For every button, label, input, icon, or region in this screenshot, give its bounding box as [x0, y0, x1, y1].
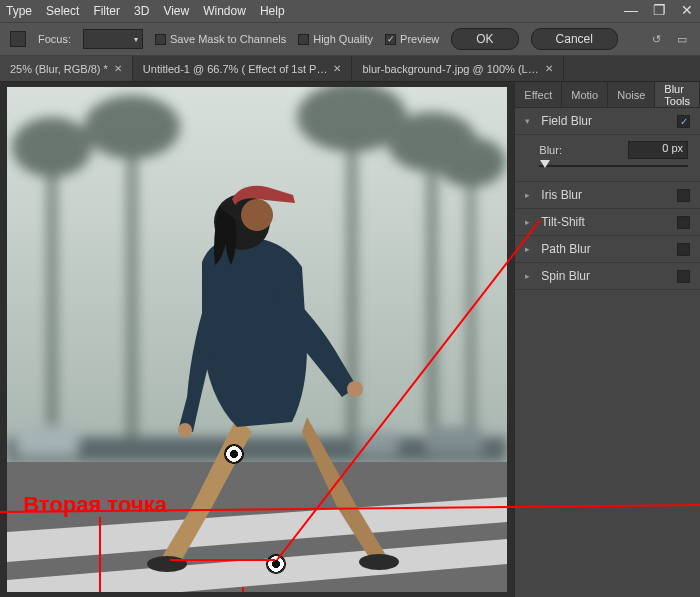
spin-blur-checkbox[interactable]	[677, 270, 690, 283]
section-tilt-shift-label: Tilt-Shift	[541, 215, 585, 229]
field-blur-checkbox[interactable]	[677, 115, 690, 128]
panel-tab-noise[interactable]: Noise	[608, 82, 655, 107]
save-mask-option[interactable]: Save Mask to Channels	[155, 33, 286, 45]
panel-tab-blur-tools[interactable]: Blur Tools	[655, 82, 700, 107]
doc-tab-3-label: blur-background-7.jpg @ 100% (L…	[362, 63, 538, 75]
svg-rect-12	[17, 427, 77, 455]
field-blur-body: Blur: 0 px	[515, 135, 700, 182]
annotation-line-v1	[99, 517, 101, 592]
svg-rect-2	[127, 127, 137, 447]
blur-slider[interactable]	[539, 165, 688, 167]
svg-point-10	[436, 137, 506, 187]
menu-select[interactable]: Select	[46, 4, 79, 18]
canvas-area[interactable]: Вторая точка Нижняя часть без размытия	[0, 82, 514, 597]
tilt-shift-checkbox[interactable]	[677, 216, 690, 229]
tool-preset-icon[interactable]	[10, 31, 26, 47]
svg-point-18	[359, 554, 399, 570]
cancel-button[interactable]: Cancel	[531, 28, 618, 50]
section-iris-blur-label: Iris Blur	[541, 188, 582, 202]
preview-option[interactable]: Preview	[385, 33, 439, 45]
menu-filter[interactable]: Filter	[93, 4, 120, 18]
document-tabs: 25% (Blur, RGB/8) * ✕ Untitled-1 @ 66.7%…	[0, 56, 700, 82]
chevron-right-icon: ▸	[525, 217, 535, 227]
doc-tab-3[interactable]: blur-background-7.jpg @ 100% (L… ✕	[352, 56, 563, 81]
options-bar: Focus: ▾ Save Mask to Channels High Qual…	[0, 22, 700, 56]
section-path-blur[interactable]: ▸ Path Blur	[515, 236, 700, 263]
preview-label: Preview	[400, 33, 439, 45]
close-icon[interactable]: ✕	[545, 63, 553, 74]
chevron-right-icon: ▸	[525, 244, 535, 254]
svg-point-19	[147, 556, 187, 572]
section-field-blur[interactable]: ▾ Field Blur	[515, 108, 700, 135]
workspace-icon[interactable]: ▭	[674, 31, 690, 47]
svg-rect-3	[347, 117, 357, 447]
close-icon[interactable]: ✕	[333, 63, 341, 74]
svg-rect-14	[357, 432, 397, 454]
menu-type[interactable]: Type	[6, 4, 32, 18]
svg-rect-1	[47, 147, 57, 447]
window-restore-icon[interactable]: ❐	[652, 2, 666, 18]
panel-tab-effect[interactable]: Effect	[515, 82, 562, 107]
menu-help[interactable]: Help	[260, 4, 285, 18]
doc-tab-2-label: Untitled-1 @ 66.7% ( Effect of 1st P…	[143, 63, 328, 75]
focus-label: Focus:	[38, 33, 71, 45]
section-spin-blur-label: Spin Blur	[541, 269, 590, 283]
blur-tools-panel: Effect Motio Noise Blur Tools ▾ Field Bl…	[514, 82, 700, 597]
reset-icon[interactable]: ↺	[648, 31, 664, 47]
blur-value-input[interactable]: 0 px	[628, 141, 688, 159]
window-close-icon[interactable]: ✕	[680, 2, 694, 18]
blur-slider-thumb[interactable]	[540, 160, 550, 168]
high-quality-label: High Quality	[313, 33, 373, 45]
blur-slider-label: Blur:	[539, 144, 562, 156]
chevron-right-icon: ▸	[525, 271, 535, 281]
svg-point-20	[347, 381, 363, 397]
preview-checkbox[interactable]	[385, 34, 396, 45]
window-minimize-icon[interactable]: —	[624, 2, 638, 18]
menubar: Type Select Filter 3D View Window Help —…	[0, 0, 700, 22]
ok-button[interactable]: OK	[451, 28, 518, 50]
svg-point-21	[178, 423, 192, 437]
doc-tab-1-label: 25% (Blur, RGB/8) *	[10, 63, 108, 75]
svg-point-6	[12, 117, 92, 177]
chevron-right-icon: ▸	[525, 190, 535, 200]
section-field-blur-label: Field Blur	[541, 114, 592, 128]
section-spin-blur[interactable]: ▸ Spin Blur	[515, 263, 700, 290]
svg-rect-13	[427, 427, 482, 453]
chevron-down-icon: ▾	[525, 116, 535, 126]
high-quality-option[interactable]: High Quality	[298, 33, 373, 45]
close-icon[interactable]: ✕	[114, 63, 122, 74]
doc-tab-2[interactable]: Untitled-1 @ 66.7% ( Effect of 1st P… ✕	[133, 56, 353, 81]
save-mask-label: Save Mask to Channels	[170, 33, 286, 45]
svg-point-23	[241, 199, 273, 231]
svg-rect-5	[467, 162, 475, 447]
annotation-second-point: Вторая точка	[23, 492, 167, 518]
svg-point-7	[84, 95, 180, 159]
doc-tab-1[interactable]: 25% (Blur, RGB/8) * ✕	[0, 56, 133, 81]
panel-tab-motion[interactable]: Motio	[562, 82, 608, 107]
save-mask-checkbox[interactable]	[155, 34, 166, 45]
menu-window[interactable]: Window	[203, 4, 246, 18]
path-blur-checkbox[interactable]	[677, 243, 690, 256]
focus-dropdown[interactable]: ▾	[83, 29, 143, 49]
section-tilt-shift[interactable]: ▸ Tilt-Shift	[515, 209, 700, 236]
panel-tabs: Effect Motio Noise Blur Tools	[515, 82, 700, 108]
high-quality-checkbox[interactable]	[298, 34, 309, 45]
svg-rect-4	[427, 142, 437, 447]
menu-3d[interactable]: 3D	[134, 4, 149, 18]
annotation-line-v2	[242, 587, 244, 592]
iris-blur-checkbox[interactable]	[677, 189, 690, 202]
document-canvas[interactable]: Вторая точка Нижняя часть без размытия	[7, 87, 507, 592]
section-iris-blur[interactable]: ▸ Iris Blur	[515, 182, 700, 209]
menu-view[interactable]: View	[163, 4, 189, 18]
annotation-bottom-nosharp: Нижняя часть без размытия	[243, 587, 408, 592]
section-path-blur-label: Path Blur	[541, 242, 590, 256]
